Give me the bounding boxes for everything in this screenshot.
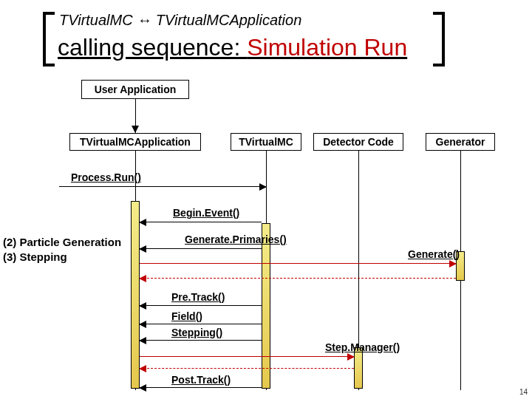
- title-main: calling sequence: Simulation Run: [58, 34, 407, 61]
- activation-vmc: [262, 223, 270, 389]
- arrow-begin-event: [140, 222, 262, 222]
- msg-post-track: Post.Track(): [171, 374, 231, 386]
- bracket-right: [433, 12, 445, 66]
- lifeline-user-application: User Application: [81, 80, 189, 99]
- activation-det: [354, 347, 363, 389]
- lifeline-tvirtualmcapplication: TVirtualMCApplication: [69, 133, 201, 151]
- arrow-generate-return: [140, 278, 456, 279]
- title-main-red: Simulation Run: [247, 34, 407, 61]
- arrow-field: [140, 324, 262, 324]
- page-number: 14: [519, 388, 528, 396]
- msg-stepping: Stepping(): [171, 327, 222, 338]
- activation-app: [131, 201, 140, 389]
- arrow-stepping: [140, 340, 262, 341]
- lifeline-detector-code: Detector Code: [313, 133, 403, 151]
- arrow-post-track: [140, 387, 262, 388]
- msg-generate: Generate(): [408, 248, 460, 260]
- msg-step-manager: Step.Manager(): [325, 341, 400, 353]
- msg-field: Field(): [171, 310, 202, 322]
- arrow-generate-primaries: [140, 248, 262, 249]
- note-stepping: (3) Stepping: [3, 250, 67, 265]
- msg-pre-track: Pre.Track(): [171, 291, 225, 303]
- title-main-black: calling sequence:: [58, 34, 247, 61]
- arrow-pre-track: [140, 305, 262, 306]
- msg-process-run: Process.Run(): [71, 171, 141, 183]
- note-particle-generation: (2) Particle Generation: [3, 235, 121, 250]
- arrow-step-manager-return: [140, 368, 354, 369]
- bracket-left: [43, 12, 55, 66]
- lifeline-generator: Generator: [426, 133, 495, 151]
- msg-generate-primaries: Generate.Primaries(): [185, 233, 287, 245]
- arrow-process-run: [59, 186, 266, 187]
- arrow-generate: [140, 263, 456, 264]
- arrow-step-manager: [140, 356, 354, 357]
- title-subtitle: TVirtualMC ↔ TVirtualMCApplication: [59, 12, 301, 29]
- arrow-down-icon: [132, 126, 139, 133]
- lifeline-tvirtualmc: TVirtualMC: [231, 133, 301, 151]
- msg-begin-event: Begin.Event(): [173, 207, 239, 219]
